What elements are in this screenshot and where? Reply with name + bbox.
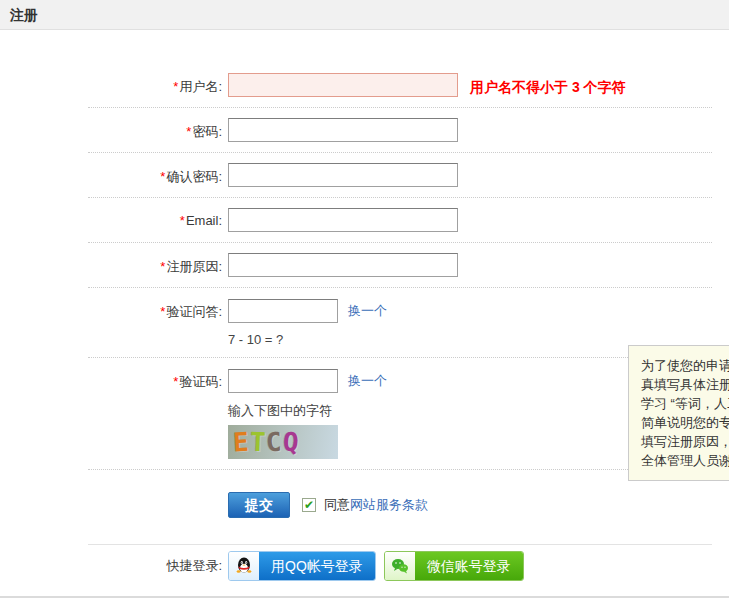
confirm-password-input[interactable] [228,163,458,187]
register-reason-row: *注册原因: [0,253,729,277]
username-input[interactable] [228,73,458,97]
quick-login-row: 快捷登录: 用QQ帐号登录 [0,551,729,581]
confirm-password-row: *确认密码: [0,163,729,187]
required-mark: * [173,374,178,389]
change-question-link[interactable]: 换一个 [348,298,387,324]
required-mark: * [160,169,165,184]
email-label: *Email: [0,208,222,228]
email-row: *Email: [0,208,729,232]
row-separator [88,357,712,358]
security-question-label: *验证问答: [0,298,222,321]
checkbox-check-icon: ✔ [304,499,314,511]
captcha-label: *验证码: [0,368,222,391]
captcha-image: E T C Q [228,425,338,459]
registration-page: 注册 *用户名: 用户名不得小于 3 个字符 *密码: *确认密码: *Emai… [0,0,729,600]
row-separator [88,107,712,108]
terms-of-service-link[interactable]: 网站服务条款 [350,497,428,512]
submit-row: 提交 ✔ 同意网站服务条款 [228,480,729,518]
row-separator [88,242,712,243]
tooltip-line: 真填写具体注册原 [641,375,729,394]
row-separator [88,287,712,288]
register-reason-label: *注册原因: [0,253,222,276]
security-question-input[interactable] [228,299,338,323]
required-mark: * [173,79,178,94]
register-reason-tooltip: 为了使您的申请 上 真填写具体注册原 学习 “等词，人工 简单说明您的专业 填写… [628,345,729,481]
username-error: 用户名不得小于 3 个字符 [470,73,626,97]
row-separator [88,152,712,153]
page-title: 注册 [0,0,38,30]
quick-login-label: 快捷登录: [0,557,222,575]
agree-checkbox[interactable]: ✔ [302,498,316,512]
captcha-input[interactable] [228,369,338,393]
required-mark: * [180,213,185,228]
row-separator [88,469,712,470]
username-label: *用户名: [0,73,222,96]
password-row: *密码: [0,118,729,142]
captcha-letter: Q [282,425,300,459]
registration-form: *用户名: 用户名不得小于 3 个字符 *密码: *确认密码: *Email: … [0,30,729,581]
submit-button[interactable]: 提交 [228,492,290,518]
change-captcha-link[interactable]: 换一个 [348,368,387,394]
wechat-login-button[interactable]: 微信账号登录 [384,551,524,581]
captcha-letter: E [232,425,250,459]
agree-prefix: 同意 [324,497,350,512]
page-header: 注册 [0,0,729,30]
page-bottom-divider [0,596,729,598]
section-separator [88,544,712,545]
tooltip-line: 学习 “等词，人工 [641,394,729,413]
qq-penguin-icon [229,552,259,580]
security-question-row: *验证问答: 换一个 7 - 10 = ? [0,298,729,347]
required-mark: * [186,124,191,139]
register-reason-input[interactable] [228,253,458,277]
email-input[interactable] [228,208,458,232]
tooltip-line: 填写注册原因，能 [641,432,729,451]
qq-login-label: 用QQ帐号登录 [259,552,375,580]
password-label: *密码: [0,118,222,141]
captcha-letter: C [266,425,284,459]
tooltip-line: 全体管理人员谢谢 [641,451,729,470]
row-separator [88,197,712,198]
required-mark: * [160,259,165,274]
wechat-icon [385,552,415,580]
tooltip-line: 简单说明您的专业 [641,413,729,432]
confirm-password-label: *确认密码: [0,163,222,186]
tooltip-line: 为了使您的申请 上 [641,356,729,375]
qq-login-button[interactable]: 用QQ帐号登录 [228,551,376,581]
password-input[interactable] [228,118,458,142]
captcha-hint: 输入下图中的字符 [228,402,387,420]
agree-terms: ✔ 同意网站服务条款 [302,496,428,514]
captcha-row: *验证码: 换一个 输入下图中的字符 E T C Q [0,368,729,459]
username-row: *用户名: 用户名不得小于 3 个字符 [0,73,729,97]
captcha-letter: T [249,425,267,459]
security-question-text: 7 - 10 = ? [228,332,387,347]
required-mark: * [160,304,165,319]
wechat-login-label: 微信账号登录 [415,552,523,580]
